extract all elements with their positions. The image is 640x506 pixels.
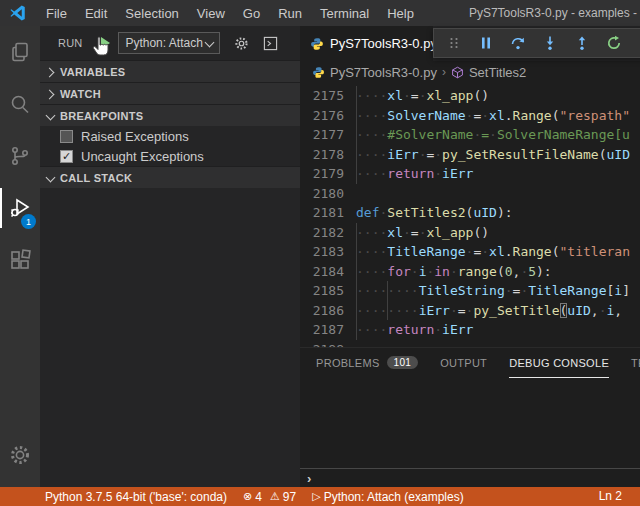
activity-run-and-debug-icon[interactable]: 1 bbox=[0, 182, 40, 234]
breakpoint-item[interactable]: Raised Exceptions bbox=[40, 126, 300, 146]
debug-target-status[interactable]: ▷ Python: Attach (examples) bbox=[312, 490, 464, 504]
breadcrumb-file[interactable]: PyS7ToolsR3-0.py bbox=[312, 65, 437, 80]
line-number[interactable]: 2177 bbox=[300, 125, 344, 145]
cursor-position-status[interactable]: Ln 2 bbox=[599, 487, 622, 506]
problems-status[interactable]: ⊗ 4 ⚠ 97 bbox=[243, 490, 296, 504]
indent-guide bbox=[356, 106, 357, 126]
breadcrumb-symbol[interactable]: SetTitles2 bbox=[451, 65, 526, 80]
activity-bar: 1 bbox=[0, 26, 40, 487]
code-line[interactable]: 2178····iErr·=·py_SetResultFileName(uID bbox=[300, 145, 640, 165]
code-token: · bbox=[489, 127, 497, 142]
code-token: , bbox=[591, 303, 599, 318]
line-number[interactable]: 2175 bbox=[300, 86, 344, 106]
code-line[interactable]: 2188 bbox=[300, 340, 640, 348]
code-content: def·SetTitles2(uID): bbox=[356, 203, 640, 223]
code-token: ···· bbox=[356, 166, 387, 181]
breakpoint-item[interactable]: ✓Uncaught Exceptions bbox=[40, 146, 300, 166]
activity-extensions-icon[interactable] bbox=[0, 234, 40, 286]
menu-help[interactable]: Help bbox=[378, 6, 423, 21]
code-line[interactable]: 2176····SolverName·=·xl.Range("respath" bbox=[300, 106, 640, 126]
line-number[interactable]: 2184 bbox=[300, 262, 344, 282]
section-header-watch[interactable]: WATCH bbox=[40, 82, 300, 104]
line-number[interactable]: 2187 bbox=[300, 320, 344, 340]
menu-file[interactable]: File bbox=[37, 6, 76, 21]
activity-search-icon[interactable] bbox=[0, 78, 40, 130]
code-token: py_SetTitle bbox=[473, 303, 559, 318]
line-number[interactable]: 2182 bbox=[300, 223, 344, 243]
code-token: = bbox=[411, 225, 419, 240]
python-interpreter-status[interactable]: Python 3.7.5 64-bit ('base': conda) bbox=[45, 490, 227, 504]
checkbox-checked[interactable]: ✓ bbox=[60, 150, 73, 163]
code-editor[interactable]: 2175····xl·=·xl_app()2176····SolverName·… bbox=[300, 83, 640, 347]
code-line[interactable]: 2179····return·iErr bbox=[300, 164, 640, 184]
menu-selection[interactable]: Selection bbox=[116, 6, 187, 21]
line-number[interactable]: 2185 bbox=[300, 281, 344, 301]
menu-run[interactable]: Run bbox=[269, 6, 311, 21]
window-title: PyS7ToolsR3-0.py - examples - bbox=[469, 0, 637, 26]
code-token: ···· bbox=[356, 88, 387, 103]
status-bar: Python 3.7.5 64-bit ('base': conda) ⊗ 4 … bbox=[0, 487, 640, 506]
line-number[interactable]: 2178 bbox=[300, 145, 344, 165]
activity-source-control-icon[interactable] bbox=[0, 130, 40, 182]
code-token: · bbox=[403, 225, 411, 240]
panel-tab-label: PROBLEMS bbox=[316, 357, 380, 369]
code-line[interactable]: 2175····xl·=·xl_app() bbox=[300, 86, 640, 106]
debug-step-out-button[interactable] bbox=[566, 29, 598, 57]
code-line[interactable]: 2187····return·iErr bbox=[300, 320, 640, 340]
debug-console-content[interactable] bbox=[300, 378, 640, 468]
code-line[interactable]: 2180 bbox=[300, 184, 640, 204]
menu-bar: FileEditSelectionViewGoRunTerminalHelp bbox=[37, 6, 423, 21]
toolbar-gripper-handle[interactable] bbox=[438, 29, 470, 57]
code-token: · bbox=[481, 108, 489, 123]
code-token: SolverName bbox=[387, 108, 465, 123]
menu-edit[interactable]: Edit bbox=[76, 6, 116, 21]
debug-configuration-select[interactable]: Python: Attach bbox=[118, 32, 220, 54]
code-line[interactable]: 2183····TitleRange·=·xl.Range("titleran bbox=[300, 242, 640, 262]
code-line[interactable]: 2185········TitleString·=·TitleRange[i] bbox=[300, 281, 640, 301]
code-line[interactable]: 2182····xl·=·xl_app() bbox=[300, 223, 640, 243]
section-header-breakpoints[interactable]: BREAKPOINTS bbox=[40, 104, 300, 126]
code-content: ····return·iErr bbox=[356, 320, 640, 340]
line-number[interactable]: 2176 bbox=[300, 106, 344, 126]
panel-tab-terminal[interactable]: TERMINAL bbox=[631, 348, 640, 378]
open-debug-console-icon[interactable] bbox=[263, 36, 278, 51]
activity-explorer-icon[interactable] bbox=[0, 26, 40, 78]
breadcrumb-file-label: PyS7ToolsR3-0.py bbox=[330, 65, 437, 80]
menu-view[interactable]: View bbox=[188, 6, 234, 21]
code-line[interactable]: 2184····for·i·in·range(0,·5): bbox=[300, 262, 640, 282]
line-number[interactable]: 2181 bbox=[300, 203, 344, 223]
code-line[interactable]: 2177····#SolverName·=·SolverNameRange[u bbox=[300, 125, 640, 145]
section-header-call-stack[interactable]: CALL STACK bbox=[40, 166, 300, 188]
manage-gear-icon[interactable] bbox=[0, 429, 40, 481]
line-number[interactable]: 2188 bbox=[300, 340, 344, 348]
checkbox-unchecked[interactable] bbox=[60, 130, 73, 143]
debug-disconnect-button[interactable] bbox=[630, 29, 640, 57]
debug-pause-button[interactable] bbox=[470, 29, 502, 57]
code-token: ( bbox=[552, 244, 560, 259]
line-number[interactable]: 2179 bbox=[300, 164, 344, 184]
debug-step-into-button[interactable] bbox=[534, 29, 566, 57]
code-token: "respath" bbox=[560, 108, 630, 123]
line-number[interactable]: 2183 bbox=[300, 242, 344, 262]
panel-tab-problems[interactable]: PROBLEMS101 bbox=[316, 348, 418, 378]
run-panel-header: RUN Python: Attach bbox=[40, 26, 300, 60]
menu-go[interactable]: Go bbox=[234, 6, 269, 21]
debug-step-over-button[interactable] bbox=[502, 29, 534, 57]
debug-target-label: Python: Attach (examples) bbox=[324, 490, 464, 504]
debug-restart-button[interactable] bbox=[598, 29, 630, 57]
code-line[interactable]: 2186········iErr·=·py_SetTitle(uID,·i, bbox=[300, 301, 640, 321]
tab-pys7toolsr3-0[interactable]: PyS7ToolsR3-0.py bbox=[300, 26, 433, 61]
configure-gear-icon[interactable] bbox=[234, 36, 249, 51]
code-line[interactable]: 2181def·SetTitles2(uID): bbox=[300, 203, 640, 223]
line-number[interactable]: 2186 bbox=[300, 301, 344, 321]
debug-console-input[interactable]: › bbox=[300, 468, 640, 487]
code-content: ····#SolverName·=·SolverNameRange[u bbox=[356, 125, 640, 145]
panel-tab-debug-console[interactable]: DEBUG CONSOLE bbox=[509, 348, 609, 378]
indent-guide bbox=[387, 281, 388, 301]
panel-tab-output[interactable]: OUTPUT bbox=[440, 348, 487, 378]
line-number[interactable]: 2180 bbox=[300, 184, 344, 204]
menu-terminal[interactable]: Terminal bbox=[311, 6, 378, 21]
code-token: Range bbox=[513, 244, 552, 259]
section-header-variables[interactable]: VARIABLES bbox=[40, 60, 300, 82]
code-token: SolverNameRange[u bbox=[497, 127, 630, 142]
